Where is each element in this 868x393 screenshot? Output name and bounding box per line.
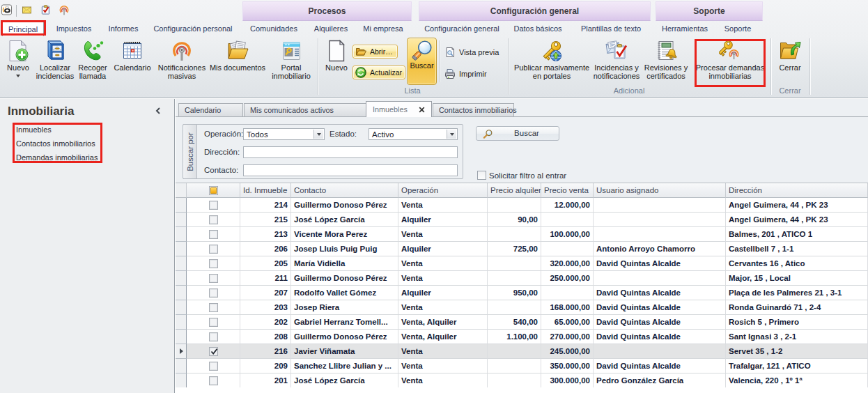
ribbon-tab-informes[interactable]: Informes xyxy=(109,22,139,36)
mis-documentos-button[interactable]: Mis documentos xyxy=(204,38,271,86)
column-header-operaci-n[interactable]: Operación xyxy=(398,183,488,198)
table-row[interactable]: 207Rodolfo Vallet GómezAlquiler950,00Dav… xyxy=(176,286,868,300)
cerrar-button[interactable]: Cerrar xyxy=(773,38,807,86)
table-row[interactable]: 209Sanchez Llibre Julian y ...Venta350.0… xyxy=(176,359,868,373)
table-row[interactable]: 206Josep Lluis Puig PuigAlquiler725,00An… xyxy=(176,242,868,256)
button-label: Procesar demandas inmobiliarias xyxy=(696,64,764,80)
ribbon-tab-alquileres[interactable]: Alquileres xyxy=(314,22,348,36)
portal-inmobiliario-button[interactable]: Portal inmobiliario xyxy=(265,38,317,86)
tab-contactos-inmobiliarios[interactable]: Contactos inmobiliarios xyxy=(433,103,514,116)
calendario-button[interactable]: Calendario xyxy=(110,38,155,86)
row-checkbox[interactable] xyxy=(209,362,218,371)
column-header-usuario-asignado[interactable]: Usuario asignado xyxy=(594,183,726,198)
table-row[interactable]: 201José López GarcíaVenta300.000,00Pedro… xyxy=(176,373,868,388)
publicar-masivamente-button[interactable]: Publicar masivamente en portales xyxy=(513,38,591,86)
vista-previa-button[interactable]: Vista previa xyxy=(444,46,499,59)
tab-inmuebles[interactable]: Inmuebles xyxy=(366,101,432,117)
combo-dropdown-button[interactable] xyxy=(313,130,323,139)
row-checkbox-checked[interactable] xyxy=(209,347,218,356)
column-header-id-inmueble[interactable]: Id. Inmueble xyxy=(240,183,291,198)
abrir-button[interactable]: Abrir… xyxy=(352,45,398,59)
combo-dropdown-button[interactable] xyxy=(447,130,456,139)
ribbon-tab-configuracion-general[interactable]: Configuración general xyxy=(424,22,499,36)
search-small-icon xyxy=(483,129,493,139)
ribbon-group-label-lista: Lista xyxy=(404,86,420,95)
row-checkbox[interactable] xyxy=(209,288,218,298)
notificaciones-masivas-button[interactable]: Notificaciones masivas xyxy=(151,38,212,86)
localizar-incidencias-button[interactable]: Localizar incidencias xyxy=(33,38,77,86)
row-checkbox[interactable] xyxy=(209,318,218,327)
row-checkbox[interactable] xyxy=(209,376,218,385)
recoger-llamada-button[interactable]: Recoger llamada xyxy=(74,38,111,86)
row-checkbox[interactable] xyxy=(209,303,218,312)
ribbon-tab-impuestos[interactable]: Impuestos xyxy=(56,22,92,36)
incidencias-notificaciones-button[interactable]: Incidencias y notificaciones xyxy=(589,38,644,86)
table-row[interactable]: 203Josep RieraVenta168.000,00David Quint… xyxy=(176,300,868,315)
tab-strip-border xyxy=(176,116,868,117)
buscar-button[interactable]: Buscar xyxy=(407,38,437,85)
ribbon-tab-soporte[interactable]: Soporte xyxy=(724,22,752,36)
ribbon-tab-herramientas[interactable]: Herramientas xyxy=(662,22,708,36)
nuevo-button[interactable]: Nuevo xyxy=(2,38,34,86)
sidebar-item-inmuebles[interactable]: Inmuebles xyxy=(16,125,52,134)
ribbon-tab-principal[interactable]: Principal xyxy=(2,22,44,36)
direccion-input[interactable] xyxy=(243,146,458,158)
open-folder-icon xyxy=(355,46,366,57)
row-checkbox[interactable] xyxy=(209,245,218,254)
row-checkbox[interactable] xyxy=(209,259,218,268)
row-checkbox[interactable] xyxy=(209,201,218,210)
buscar-filter-button[interactable]: Buscar xyxy=(476,126,559,141)
table-row[interactable]: 216Javier ViñamataVenta245.000,00Servet … xyxy=(176,344,868,359)
procesar-demandas-button[interactable]: Procesar demandas inmobiliarias xyxy=(694,38,766,86)
solicitar-filtro-checkbox-row[interactable]: Solicitar filtro al entrar xyxy=(477,171,566,180)
actualizar-button[interactable]: Actualizar xyxy=(352,66,405,79)
table-row[interactable]: 215José López GarcíaAlquiler90,00Angel G… xyxy=(176,213,868,227)
imprimir-button[interactable]: Imprimir xyxy=(444,68,487,80)
row-checkbox[interactable] xyxy=(209,215,218,224)
app-logo-icon[interactable] xyxy=(1,4,12,15)
row-checkbox-cell xyxy=(187,300,240,315)
select-all-checkbox[interactable] xyxy=(209,186,218,195)
sidebar-item-contactos-inmobiliarios[interactable]: Contactos inmobiliarios xyxy=(16,139,95,148)
ribbon-tab-configuracion-personal[interactable]: Configuración personal xyxy=(153,22,232,36)
table-row[interactable]: 211Guillermo Donoso PérezVenta250.000,00… xyxy=(176,271,868,286)
sidebar-item-demandas-inmobiliarias[interactable]: Demandas inmobiliarias xyxy=(16,153,98,162)
table-row[interactable]: 214Guillermo Donoso PérezVenta12.000,00A… xyxy=(176,198,868,213)
cell-direccion: Castellbell 7 , 1-1 xyxy=(726,242,868,256)
cell-contacto: José López García xyxy=(291,213,398,227)
checkbox-unchecked[interactable] xyxy=(477,171,486,180)
table-row[interactable]: 202Gabriel Herranz Tomell...Venta, Alqui… xyxy=(176,315,868,330)
estado-combobox[interactable]: Activo xyxy=(369,128,458,140)
ribbon-tab-datos-basicos[interactable]: Datos básicos xyxy=(513,22,561,36)
row-checkbox[interactable] xyxy=(209,274,218,283)
ribbon-tab-mi-empresa[interactable]: Mi empresa xyxy=(363,22,403,36)
column-header-contacto[interactable]: Contacto xyxy=(291,183,398,198)
revisiones-certificados-button[interactable]: Revisiones y certificados xyxy=(642,38,690,86)
cell-id: 213 xyxy=(240,227,291,242)
refresh-icon xyxy=(355,67,366,78)
column-header-precio-venta[interactable]: Precio venta xyxy=(541,183,594,198)
mail-icon[interactable] xyxy=(22,6,32,15)
table-row[interactable]: 208Guillermo Donoso PérezVenta, Alquiler… xyxy=(176,330,868,344)
ribbon-tab-plantillas-de-texto[interactable]: Plantillas de texto xyxy=(581,22,641,36)
cell-precio-venta: 350.000,00 xyxy=(541,359,594,373)
tasks-icon[interactable] xyxy=(41,4,51,15)
column-header-direcci-n[interactable]: Dirección xyxy=(726,183,868,198)
cell-direccion: Cervantes 16 , Atico xyxy=(726,256,868,271)
ribbon-group-separator xyxy=(508,38,509,95)
cell-operacion: Venta xyxy=(398,344,488,359)
table-row[interactable]: 213Vicente Mora PerezVenta100.000,00Balm… xyxy=(176,227,868,242)
collapse-sidebar-icon[interactable] xyxy=(154,107,162,115)
ribbon-tab-comunidades[interactable]: Comunidades xyxy=(250,22,297,36)
lista-nuevo-button[interactable]: Nuevo xyxy=(320,38,352,86)
tab-calendario[interactable]: Calendario xyxy=(178,103,243,116)
row-checkbox[interactable] xyxy=(209,332,218,341)
tab-mis-comunicados-activos[interactable]: Mis comunicados activos xyxy=(244,103,366,116)
close-tab-icon[interactable] xyxy=(419,107,425,113)
contacto-input[interactable] xyxy=(243,164,458,176)
column-header-precio-alquiler[interactable]: Precio alquiler xyxy=(488,183,541,198)
table-row[interactable]: 205María VidiellaVenta320.000,00David Qu… xyxy=(176,256,868,271)
broadcast-icon[interactable] xyxy=(59,4,70,16)
row-checkbox[interactable] xyxy=(209,230,218,239)
operacion-combobox[interactable]: Todos xyxy=(243,128,325,140)
